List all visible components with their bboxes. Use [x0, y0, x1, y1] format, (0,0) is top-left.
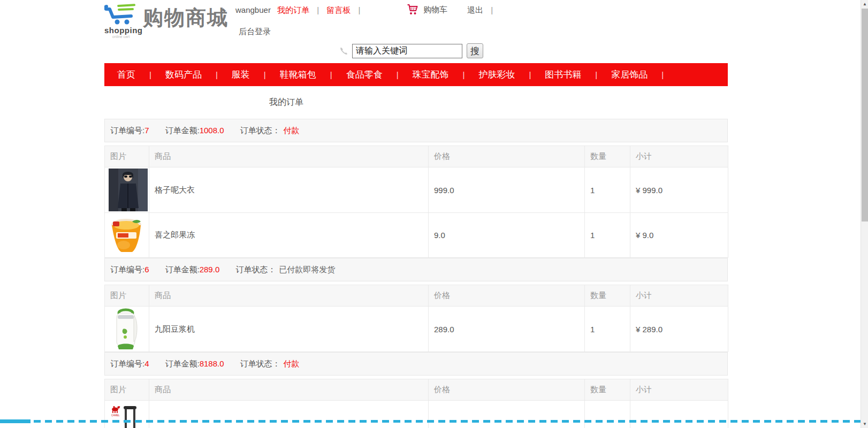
product-name[interactable]: 格子呢大衣	[155, 185, 195, 194]
col-image: 图片	[105, 379, 149, 401]
nav-separator: |	[661, 70, 664, 79]
order-header: 订单编号:4 订单金额:8188.0 订单状态：付款	[104, 352, 728, 376]
order-status-value: 已付款即将发货	[279, 265, 335, 274]
col-quantity: 数量	[585, 379, 630, 401]
table-header-row: 图片 商品 价格 数量 小计	[105, 285, 728, 307]
table-header-row: 图片 商品 价格 数量 小计	[105, 379, 728, 401]
order-amount-value: 1008.0	[200, 126, 224, 135]
separator: |	[317, 5, 319, 14]
nav-item-home[interactable]: 首页	[117, 68, 135, 81]
product-price: 9.0	[429, 213, 585, 258]
nav-separator: |	[149, 70, 151, 79]
logout-link[interactable]: 退出	[467, 5, 483, 14]
marquee-dashed-line	[0, 420, 861, 423]
scrollbar-up-arrow[interactable]: ▲	[861, 2, 868, 6]
logout-row: 退出 |	[467, 5, 498, 16]
nav-item-shoes-bags[interactable]: 鞋靴箱包	[280, 68, 316, 81]
product-qty: 1	[585, 167, 630, 213]
nav-separator: |	[330, 70, 332, 79]
order-amount-value: 289.0	[200, 265, 220, 274]
nav-separator: |	[397, 70, 399, 79]
product-subtotal: ¥ 289.0	[630, 307, 728, 352]
search-button[interactable]: 搜	[467, 43, 483, 58]
order-section: 订单编号:7 订单金额:1008.0 订单状态：付款 图片 商品 价格 数量 小…	[104, 119, 728, 258]
title-row: 我的订单	[104, 86, 728, 119]
search-input[interactable]	[352, 44, 462, 58]
message-board-link[interactable]: 留言板	[326, 5, 351, 14]
search-bar: 搜	[339, 43, 483, 59]
nav-item-clothing[interactable]: 服装	[232, 68, 250, 81]
nav-item-home-decor[interactable]: 家居饰品	[611, 68, 648, 81]
soymilk-image[interactable]	[113, 308, 141, 350]
col-image: 图片	[105, 285, 149, 307]
table-header-row: 图片 商品 价格 数量 小计	[105, 146, 728, 167]
top-header: shopping online cart 购物商城 wangbuer 我的订单 …	[104, 0, 728, 43]
order-no-label: 订单编号:	[110, 265, 144, 274]
order-amount-value: 8188.0	[200, 359, 224, 368]
nav-item-skincare[interactable]: 护肤彩妆	[478, 68, 515, 81]
col-price: 价格	[429, 379, 585, 401]
product-price: 289.0	[429, 307, 585, 352]
username: wangbuer	[235, 5, 271, 14]
product-row: 格子呢大衣 999.0 1 ¥ 999.0	[105, 167, 728, 213]
nav-item-jewelry[interactable]: 珠宝配饰	[413, 68, 449, 81]
site-logo[interactable]: shopping online cart 购物商城	[104, 3, 229, 39]
svg-text:CAMEL: CAMEL	[111, 414, 120, 417]
col-price: 价格	[429, 146, 585, 167]
order-amount-label: 订单金额:	[165, 359, 200, 368]
order-no-value: 6	[144, 265, 149, 274]
order-section: 订单编号:4 订单金额:8188.0 订单状态：付款 图片 商品 价格 数量 小…	[104, 352, 728, 428]
col-product: 商品	[149, 285, 429, 307]
col-subtotal: 小计	[630, 146, 728, 167]
logo-subtext: online cart	[104, 35, 138, 39]
my-orders-link[interactable]: 我的订单	[277, 5, 309, 14]
order-section: 订单编号:6 订单金额:289.0 订单状态：已付款即将发货 图片 商品 价格 …	[104, 258, 728, 352]
nav-separator: |	[216, 70, 218, 79]
main-nav: 首页| 数码产品| 服装| 鞋靴箱包| 食品零食| 珠宝配饰| 护肤彩妆| 图书…	[104, 63, 728, 86]
product-row: CAMEL	[105, 401, 728, 428]
product-row: 九阳豆浆机 289.0 1 ¥ 289.0	[105, 307, 728, 352]
jelly-image[interactable]	[109, 217, 144, 254]
col-price: 价格	[429, 285, 585, 307]
nav-separator: |	[264, 70, 266, 79]
pay-link[interactable]: 付款	[284, 126, 300, 135]
order-no-value: 4	[144, 359, 149, 368]
cart-icon	[406, 3, 419, 16]
scrollbar-thumb[interactable]	[862, 9, 868, 221]
col-product: 商品	[149, 379, 429, 401]
product-qty: 1	[585, 213, 630, 258]
luggage-image[interactable]: CAMEL	[109, 402, 141, 428]
scrollbar-down-arrow[interactable]: ▼	[861, 422, 868, 426]
nav-separator: |	[595, 70, 597, 79]
order-items-table: 图片 商品 价格 数量 小计	[104, 285, 728, 352]
order-header: 订单编号:7 订单金额:1008.0 订单状态：付款	[104, 119, 728, 142]
coat-image[interactable]	[109, 169, 148, 211]
order-status-label: 订单状态：	[235, 265, 276, 274]
main-nav-wrap: 首页| 数码产品| 服装| 鞋靴箱包| 食品零食| 珠宝配饰| 护肤彩妆| 图书…	[104, 63, 728, 86]
vertical-scrollbar[interactable]: ▲ ▼	[861, 0, 868, 428]
product-name[interactable]: 喜之郎果冻	[155, 230, 195, 239]
product-name[interactable]: 九阳豆浆机	[155, 324, 195, 333]
logo-word: shopping	[104, 26, 138, 35]
product-qty: 1	[585, 307, 630, 352]
page-container: shopping online cart 购物商城 wangbuer 我的订单 …	[104, 0, 728, 428]
nav-item-snacks[interactable]: 食品零食	[346, 68, 383, 81]
order-no-label: 订单编号:	[110, 359, 144, 368]
admin-login-link[interactable]: 后台登录	[239, 27, 271, 37]
product-row: 喜之郎果冻 9.0 1 ¥ 9.0	[105, 213, 728, 258]
col-quantity: 数量	[585, 285, 630, 307]
pay-link[interactable]: 付款	[284, 359, 300, 368]
nav-separator: |	[529, 70, 531, 79]
shopping-cart-logo-icon: shopping online cart	[104, 3, 138, 39]
nav-item-digital[interactable]: 数码产品	[165, 68, 202, 81]
product-subtotal: ¥ 9.0	[630, 213, 728, 258]
order-no-value: 7	[144, 126, 149, 135]
product-price: 999.0	[429, 167, 585, 213]
nav-item-books[interactable]: 图书书籍	[545, 68, 581, 81]
col-subtotal: 小计	[630, 285, 728, 307]
order-header: 订单编号:6 订单金额:289.0 订单状态：已付款即将发货	[104, 258, 728, 281]
order-amount-label: 订单金额:	[165, 265, 200, 274]
cart-link[interactable]: 购物车	[406, 3, 447, 16]
col-subtotal: 小计	[630, 379, 728, 401]
phone-icon	[339, 46, 349, 56]
